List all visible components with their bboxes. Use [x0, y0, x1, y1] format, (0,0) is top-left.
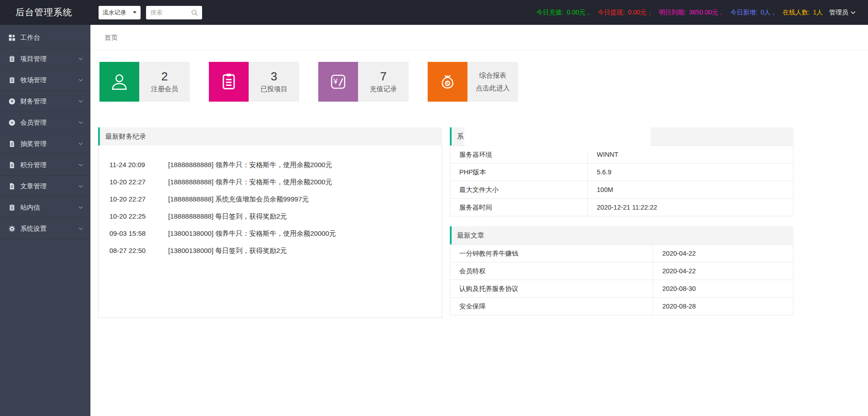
dashboard-icon	[8, 34, 16, 42]
article-title-cell: 认购及托养服务协议	[450, 280, 653, 298]
breadcrumb-bar: 首页	[90, 25, 868, 51]
info-value-cell: 100M	[588, 181, 793, 199]
sidebar-item-site-mail[interactable]: 站内信	[0, 197, 90, 218]
sidebar-item-articles[interactable]: 文章管理	[0, 176, 90, 197]
card-value: 2	[161, 70, 168, 84]
table-row: 最大文件大小 100M	[450, 181, 793, 199]
chevron-down-icon	[850, 11, 856, 14]
record-time: 08-27 22:50	[109, 242, 168, 259]
system-panel-title: 系	[457, 132, 464, 141]
sidebar-item-label: 文章管理	[20, 182, 47, 191]
panels-row: 最新财务纪录 11-24 20:09[18888888888] 领养牛只：安格斯…	[98, 127, 868, 318]
card-value: 3	[271, 70, 277, 84]
sidebar-item-ranch[interactable]: 牧场管理	[0, 70, 90, 91]
svg-text:¥: ¥	[11, 99, 13, 103]
sidebar-item-projects[interactable]: 项目管理	[0, 48, 90, 70]
breadcrumb-home[interactable]: 首页	[104, 33, 118, 42]
finance-record: 09-03 15:58[13800138000] 领养牛只：安格斯牛，使用余额2…	[109, 225, 442, 242]
finance-record: 10-20 22:27[18888888888] 系统充值增加会员余额99997…	[109, 191, 442, 208]
info-label-cell: 服务器时间	[450, 199, 588, 216]
yen-circle-icon: ¥	[8, 98, 16, 105]
stat-card-invested-projects[interactable]: 3 已投项目	[209, 62, 299, 102]
record-text: [13800138000] 每日签到，获得奖励2元	[168, 247, 287, 254]
record-time: 10-20 22:27	[109, 173, 168, 191]
record-type-dropdown[interactable]: 流水记录	[99, 6, 141, 19]
record-text: [18888888888] 系统充值增加会员余额99997元	[168, 195, 309, 203]
record-time: 10-20 22:25	[109, 208, 168, 225]
finance-panel-title: 最新财务纪录	[105, 132, 146, 141]
sidebar-item-settings[interactable]: 系统设置	[0, 218, 90, 239]
article-title-cell: 一分钟教何养牛赚钱	[450, 245, 653, 262]
system-info-table: 服务器环境 WINNT PHP版本 5.6.9 最大文件大小 100M 服务器时…	[450, 145, 793, 216]
v-circle-icon: V	[8, 119, 16, 126]
accent-bar	[98, 127, 100, 145]
app-title: 后台管理系统	[0, 6, 90, 19]
search-box[interactable]	[146, 6, 202, 19]
user-icon	[109, 71, 130, 92]
admin-menu[interactable]: 管理员	[829, 9, 856, 17]
record-time: 10-20 22:27	[109, 191, 168, 208]
chevron-down-icon	[78, 206, 83, 209]
search-input[interactable]	[151, 9, 190, 16]
card-label: 注册会员	[151, 85, 178, 93]
money-bag-icon: $	[437, 71, 458, 92]
articles-panel-header: 最新文章	[450, 226, 793, 244]
stat-card-report-link[interactable]: $ 综合报表 点击此进入	[428, 62, 518, 102]
right-column: 系 服务器环境 WINNT PHP版本 5.6.9 最大文件大小 100M	[450, 127, 793, 315]
article-title-cell: 会员特权	[450, 262, 653, 280]
sidebar-item-label: 会员管理	[20, 118, 47, 127]
sidebar-item-label: 站内信	[20, 203, 40, 212]
finance-record: 10-20 22:25[18888888888] 每日签到，获得奖励2元	[109, 208, 442, 225]
stat-new-today: 今日新增:0人，	[731, 9, 777, 17]
card-label: 充值记录	[370, 85, 397, 93]
record-type-value: 流水记录	[103, 9, 126, 17]
info-value-cell: 2020-12-21 11:22:22	[588, 199, 793, 216]
sidebar-nav: 工作台 项目管理 牧场管理 ¥ 财务管理 V 会员管理	[0, 25, 90, 416]
sidebar-item-workbench[interactable]: 工作台	[0, 27, 90, 48]
sidebar-item-members[interactable]: V 会员管理	[0, 112, 90, 133]
article-date-cell: 2020-04-22	[653, 245, 793, 262]
document-icon	[8, 161, 16, 169]
record-text: [18888888888] 领养牛只：安格斯牛，使用余额2000元	[168, 161, 332, 168]
finance-panel: 最新财务纪录 11-24 20:09[18888888888] 领养牛只：安格斯…	[98, 127, 442, 318]
app-header: 后台管理系统 流水记录 今日充值:0.00元， 今日提现:0.00元， 明日到期…	[0, 0, 868, 25]
articles-panel-title: 最新文章	[457, 231, 484, 240]
dropdown-caret-icon	[133, 11, 137, 14]
sidebar-item-finance[interactable]: ¥ 财务管理	[0, 91, 90, 112]
yen-receipt-icon: ¥	[328, 71, 349, 92]
sidebar-item-label: 项目管理	[20, 55, 47, 63]
article-date-cell: 2020-08-28	[653, 298, 793, 315]
search-icon[interactable]	[190, 9, 198, 17]
spacer	[450, 216, 793, 226]
stat-due-tomorrow: 明日到期:3650.00元，	[659, 9, 725, 17]
finance-record: 08-27 22:50[13800138000] 每日签到，获得奖励2元	[109, 242, 442, 259]
table-row: PHP版本 5.6.9	[450, 164, 793, 181]
stat-card-registered-members[interactable]: 2 注册会员	[99, 62, 190, 102]
sidebar-item-lottery[interactable]: 抽奖管理	[0, 133, 90, 154]
sidebar-item-points[interactable]: 积分管理	[0, 154, 90, 176]
sidebar-item-label: 牧场管理	[20, 76, 47, 84]
articles-table: 一分钟教何养牛赚钱 2020-04-22 会员特权 2020-04-22 认购及…	[450, 244, 793, 315]
header-stats: 今日充值:0.00元， 今日提现:0.00元， 明日到期:3650.00元， 今…	[531, 9, 868, 17]
record-time: 11-24 20:09	[109, 156, 168, 173]
table-row: 一分钟教何养牛赚钱 2020-04-22	[450, 245, 793, 262]
table-row: 会员特权 2020-04-22	[450, 262, 793, 280]
chevron-down-icon	[78, 79, 83, 82]
stat-cards-row: 2 注册会员 3 已投项目 ¥	[99, 62, 868, 102]
sidebar-item-label: 系统设置	[20, 224, 47, 233]
stat-card-recharge-records[interactable]: ¥ 7 充值记录	[318, 62, 409, 102]
table-row: 服务器时间 2020-12-21 11:22:22	[450, 199, 793, 216]
document-icon	[8, 140, 16, 148]
card-icon-block: ¥	[318, 62, 358, 102]
card-line2: 点击此进入	[476, 82, 510, 94]
white-overlay	[464, 126, 651, 152]
table-row: 认购及托养服务协议 2020-08-30	[450, 280, 793, 298]
clipboard-icon	[8, 204, 16, 211]
admin-label: 管理员	[829, 9, 848, 17]
record-text: [13800138000] 领养牛只：安格斯牛，使用余额20000元	[168, 229, 336, 237]
finance-record: 11-24 20:09[18888888888] 领养牛只：安格斯牛，使用余额2…	[109, 156, 442, 173]
card-value: 7	[380, 70, 387, 84]
stat-today-recharge: 今日充值:0.00元，	[537, 9, 592, 17]
document-icon	[8, 182, 16, 190]
chevron-down-icon	[78, 100, 83, 103]
